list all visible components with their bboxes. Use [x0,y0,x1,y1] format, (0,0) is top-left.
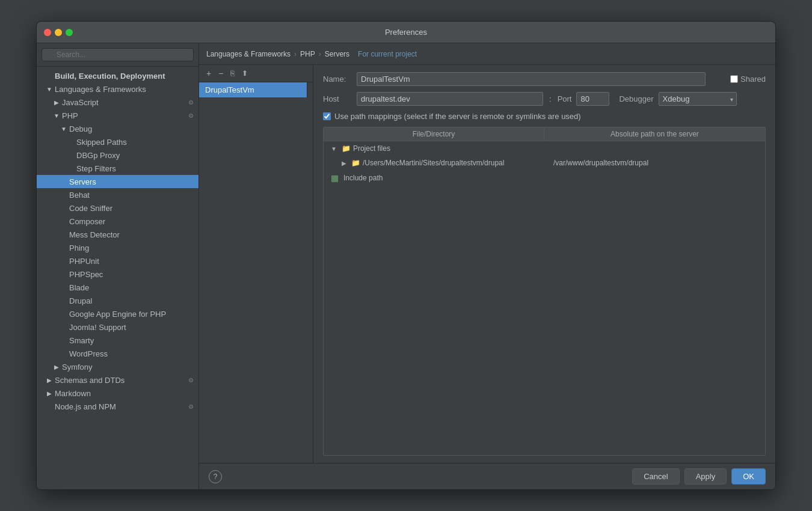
port-label: Port [558,94,572,103]
sidebar-item-nodejs-npm[interactable]: Node.js and NPM ⚙ [37,400,198,413]
debugger-select[interactable]: Xdebug Zend Debugger [659,92,737,106]
help-button[interactable]: ? [209,470,222,483]
name-label: Name: [323,75,352,84]
sidebar-item-step-filters[interactable]: Step Filters [37,162,198,175]
host-label: Host [323,94,352,103]
sidebar-item-label: Languages & Frameworks [55,85,146,94]
sidebar-item-joomla[interactable]: Joomla! Support [37,320,198,334]
include-icon: ▦ [331,173,339,183]
sidebar-item-languages-frameworks[interactable]: ▼ Languages & Frameworks [37,82,198,96]
port-input[interactable] [576,92,609,106]
mapping-cell-right-include [544,172,761,184]
sidebar-item-label: Skipped Paths [76,138,127,147]
window-title: Preferences [385,28,427,37]
mapping-cell-right-drupal: /var/www/drupaltestvm/drupal [550,158,761,168]
sidebar-item-markdown[interactable]: ▶ Markdown [37,387,198,400]
sidebar-item-label: Smarty [69,336,94,345]
sidebar-item-phing[interactable]: Phing [37,241,198,254]
mapping-row-drupal-path[interactable]: ▶ 📁 /Users/MecMartini/Sites/drupaltestvm… [324,156,765,170]
shared-label-wrap: Shared [730,75,766,84]
path-mappings-checkbox[interactable] [323,112,331,120]
sidebar-item-label: Servers [69,177,96,186]
breadcrumb-sep: › [294,50,297,58]
arrow-icon: ▼ [54,112,60,119]
server-entry-drupal-test-vm[interactable]: DrupalTestVm [199,82,307,97]
sidebar-item-javascript[interactable]: ▶ JavaScript ⚙ [37,96,198,109]
minimize-button[interactable] [55,29,62,36]
remove-server-button[interactable]: − [216,67,226,79]
debugger-label: Debugger [619,94,653,103]
copy-server-button[interactable]: ⎘ [228,68,237,79]
traffic-lights [44,29,73,36]
breadcrumb-php: PHP [300,50,315,58]
arrow-icon: ▶ [46,390,52,397]
server-config: Name: Shared Host : Port [313,65,775,463]
sidebar-item-wordpress[interactable]: WordPress [37,347,198,360]
sidebar-item-label: Google App Engine for PHP [69,310,166,319]
sidebar-item-smarty[interactable]: Smarty [37,334,198,347]
folder-icon: 📁 [351,159,360,167]
close-button[interactable] [44,29,51,36]
sidebar-item-label: Debug [69,124,92,133]
search-input[interactable] [42,48,194,61]
apply-button[interactable]: Apply [684,468,727,485]
sidebar-item-dbgp-proxy[interactable]: DBGp Proxy [37,148,198,162]
sidebar-item-skipped-paths[interactable]: Skipped Paths [37,135,198,148]
mapping-cell-left-project: ▼ 📁 Project files [327,143,544,154]
debugger-select-wrap: Xdebug Zend Debugger [659,92,737,106]
sidebar-item-symfony[interactable]: ▶ Symfony [37,360,198,373]
sidebar-item-build-execution[interactable]: Build, Execution, Deployment [37,69,198,82]
name-row: Name: Shared [323,72,766,86]
sidebar-item-schemas-dtds[interactable]: ▶ Schemas and DTDs ⚙ [37,373,198,387]
local-path-label: /Users/MecMartini/Sites/drupaltestvm/dru… [363,159,504,167]
sidebar-item-phpspec[interactable]: PHPSpec [37,268,198,281]
sidebar-item-php[interactable]: ▼ PHP ⚙ [37,109,198,122]
arrow-icon: ▼ [61,126,67,132]
maximize-button[interactable] [66,29,73,36]
sidebar-item-debug[interactable]: ▼ Debug [37,122,198,135]
bottom-bar: ? Cancel Apply OK [199,463,775,489]
sidebar-item-label: Build, Execution, Deployment [55,72,165,81]
shared-checkbox[interactable] [730,75,738,83]
add-server-button[interactable]: + [204,67,214,79]
sidebar-item-behat[interactable]: Behat [37,188,198,201]
cancel-button[interactable]: Cancel [632,468,679,485]
mapping-row-project-files[interactable]: ▼ 📁 Project files [324,141,765,156]
sidebar-item-phpunit[interactable]: PHPUnit [37,254,198,268]
sidebar-item-label: Composer [69,217,105,226]
sidebar-item-composer[interactable]: Composer [37,215,198,228]
path-mappings-label: Use path mappings (select if the server … [334,112,581,121]
name-input[interactable] [357,72,706,86]
sidebar-item-servers[interactable]: Servers [37,175,198,188]
sidebar-item-google-app-engine[interactable]: Google App Engine for PHP [37,307,198,320]
sidebar-item-label: Joomla! Support [69,323,126,332]
sidebar-item-mess-detector[interactable]: Mess Detector [37,228,198,241]
colon-separator: : [549,94,552,103]
settings-badge: ⚙ [188,112,194,119]
mapping-cell-left-include: ▦ Include path [327,172,544,184]
sidebar-item-drupal[interactable]: Drupal [37,294,198,307]
arrow-icon: ▶ [54,364,60,370]
host-input[interactable] [357,92,543,106]
server-list-panel: + − ⎘ ⬆ DrupalTestVm [199,65,313,463]
sidebar-item-blade[interactable]: Blade [37,281,198,294]
sidebar-item-label: WordPress [69,349,108,358]
sidebar-item-label: Blade [69,283,89,292]
mapping-col1-header: File/Directory [324,127,544,141]
sidebar-item-label: Code Sniffer [69,204,112,213]
ok-button[interactable]: OK [731,468,766,485]
sidebar-item-label: Step Filters [76,164,116,173]
move-server-button[interactable]: ⬆ [239,68,250,79]
server-entry-label: DrupalTestVm [205,85,254,94]
mapping-row-include-path[interactable]: ▦ Include path [324,170,765,186]
preferences-window: Preferences Build, Execution, Deployment… [36,21,776,490]
sidebar-item-label: Schemas and DTDs [55,376,125,385]
right-panel: Languages & Frameworks › PHP › Servers F… [199,43,775,489]
sidebar-item-code-sniffer[interactable]: Code Sniffer [37,201,198,215]
breadcrumb-sep2: › [319,50,321,58]
include-path-label: Include path [343,174,383,182]
sidebar-item-label: PHP [62,111,78,120]
sidebar-item-label: PHPSpec [69,270,103,279]
sidebar-item-label: Mess Detector [69,230,120,239]
sidebar-item-label: DBGp Proxy [76,151,120,160]
